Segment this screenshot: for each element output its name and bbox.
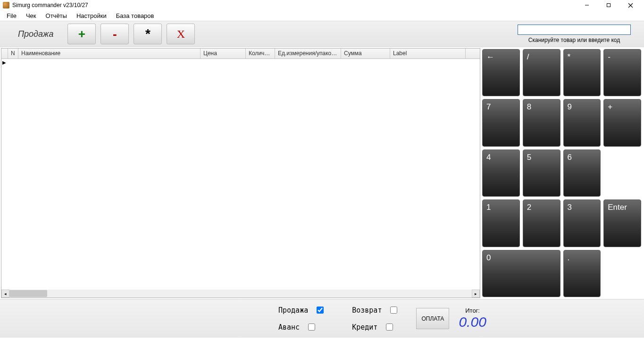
col-price[interactable]: Цена — [201, 49, 246, 58]
clear-button[interactable]: X — [167, 24, 195, 44]
col-name[interactable]: Наименование — [18, 49, 201, 58]
row-header-corner — [1, 49, 8, 58]
current-row-marker: ▶ — [2, 60, 6, 65]
app-icon — [3, 2, 9, 8]
total-value: 0.00 — [459, 314, 486, 330]
menu-reports[interactable]: Отчёты — [42, 11, 71, 20]
keypad: ← / * - 7 8 9 + 4 5 6 1 2 3 Enter 0 . — [481, 47, 644, 299]
col-label[interactable]: Label — [390, 49, 466, 58]
scan-input[interactable] — [518, 25, 631, 35]
key-add[interactable]: + — [603, 99, 641, 146]
key-subtract[interactable]: - — [603, 49, 641, 96]
key-1[interactable]: 1 — [482, 199, 520, 247]
menubar: File Чек Отчёты Настройки База товаров — [0, 10, 644, 21]
menu-check[interactable]: Чек — [22, 11, 40, 20]
menu-settings[interactable]: Настройки — [73, 11, 110, 20]
chk-sale-label: Продажа — [278, 306, 308, 315]
maximize-button[interactable] — [598, 0, 619, 10]
total-label: Итог: — [465, 307, 480, 314]
key-2[interactable]: 2 — [523, 199, 560, 247]
key-6[interactable]: 6 — [563, 149, 601, 197]
chk-advance-label: Аванс — [278, 323, 300, 332]
scroll-left-button[interactable]: ◂ — [1, 290, 9, 298]
titlebar: Simurg commander v23/10/27 — [0, 0, 644, 10]
chk-sale[interactable] — [317, 307, 324, 314]
scan-hint: Сканируйте товар или введите код — [528, 37, 620, 43]
multiply-button[interactable]: * — [134, 24, 162, 44]
grid-body[interactable]: ▶ — [1, 59, 480, 290]
col-sum[interactable]: Сумма — [341, 49, 390, 58]
key-9[interactable]: 9 — [563, 99, 601, 146]
chk-return-label: Возврат — [352, 306, 382, 315]
pay-button[interactable]: ОПЛАТА — [416, 308, 449, 329]
key-multiply[interactable]: * — [563, 49, 601, 96]
key-5[interactable]: 5 — [523, 149, 560, 197]
key-3[interactable]: 3 — [563, 199, 601, 247]
footer: Продажа Аванс Возврат Кредит ОПЛАТА Итог… — [0, 299, 644, 338]
menu-file[interactable]: File — [3, 11, 20, 20]
col-unit[interactable]: Ед.измерения/упаковка — [275, 49, 341, 58]
add-button[interactable]: + — [67, 24, 96, 44]
window-title: Simurg commander v23/10/27 — [12, 2, 88, 8]
chk-credit[interactable] — [386, 323, 393, 331]
horizontal-scrollbar[interactable]: ◂ ▸ — [1, 290, 480, 298]
scroll-thumb[interactable] — [9, 290, 47, 297]
chk-return[interactable] — [390, 307, 397, 314]
menu-products[interactable]: База товаров — [112, 11, 158, 20]
key-backspace[interactable]: ← — [482, 49, 520, 96]
svg-rect-1 — [607, 4, 611, 7]
key-dot[interactable]: . — [563, 250, 601, 297]
key-slash[interactable]: / — [523, 49, 560, 96]
items-grid[interactable]: N Наименование Цена Количест... Ед.измер… — [1, 48, 480, 298]
key-0[interactable]: 0 — [482, 250, 560, 297]
col-qty[interactable]: Количест... — [246, 49, 275, 58]
toolbar: Продажа + - * X Сканируйте товар или вве… — [0, 21, 644, 47]
scroll-right-button[interactable]: ▸ — [472, 290, 480, 298]
minimize-button[interactable] — [576, 0, 598, 10]
chk-credit-label: Кредит — [352, 323, 377, 332]
key-8[interactable]: 8 — [523, 99, 560, 146]
chk-advance[interactable] — [308, 323, 315, 331]
key-4[interactable]: 4 — [482, 149, 520, 197]
mode-label: Продажа — [4, 29, 67, 39]
remove-button[interactable]: - — [100, 24, 129, 44]
col-n[interactable]: N — [8, 49, 18, 58]
key-7[interactable]: 7 — [482, 99, 520, 146]
key-enter[interactable]: Enter — [603, 199, 641, 247]
close-button[interactable] — [619, 0, 641, 10]
